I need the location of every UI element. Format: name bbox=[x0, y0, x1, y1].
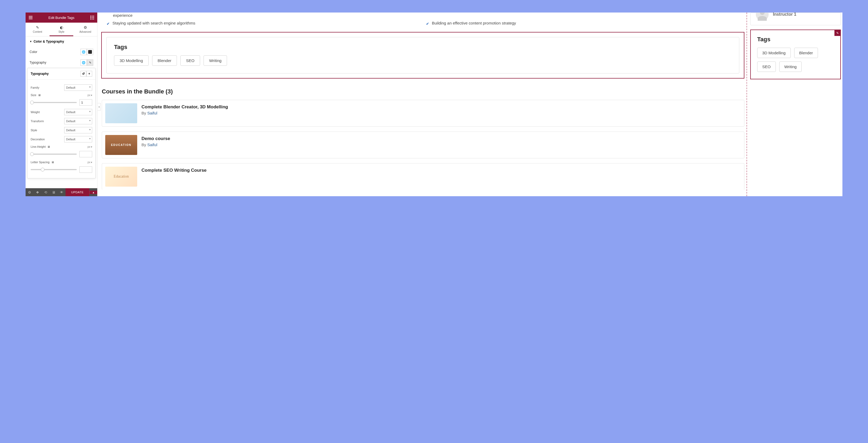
edit-typography-button[interactable]: ✎ bbox=[87, 59, 93, 66]
tags-widget-selected[interactable]: Tags 3D Modelling Blender SEO Writing bbox=[101, 32, 744, 78]
row-color: Color 🌐 bbox=[26, 46, 97, 57]
course-author-link[interactable]: Saiful bbox=[147, 142, 157, 147]
tag-pill[interactable]: 3D Modelling bbox=[114, 55, 149, 66]
tag-pill[interactable]: Blender bbox=[794, 48, 818, 58]
letterspacing-slider[interactable] bbox=[31, 169, 77, 170]
tab-style[interactable]: ◐ Style bbox=[50, 23, 73, 36]
desktop-icon[interactable]: 🖥 bbox=[38, 94, 41, 97]
family-select[interactable] bbox=[64, 84, 92, 91]
lineheight-slider[interactable] bbox=[31, 154, 77, 155]
course-card[interactable]: EDUCATION Demo course By Saiful bbox=[102, 132, 744, 159]
update-button[interactable]: UPDATE bbox=[66, 188, 89, 196]
check-item-text: Staying updated with search engine algor… bbox=[113, 20, 195, 27]
sidebar-title: Edit Bundle Tags bbox=[33, 16, 90, 20]
tag-pill[interactable]: Writing bbox=[779, 62, 802, 72]
svg-rect-3 bbox=[90, 17, 91, 18]
globe-button[interactable]: 🌐 bbox=[81, 59, 87, 66]
course-by-label: By bbox=[142, 142, 147, 147]
tag-pill[interactable]: Writing bbox=[204, 55, 227, 66]
sidebar-body: ▼ Color & Typography Color 🌐 Typography … bbox=[26, 36, 97, 188]
letterspacing-unit[interactable]: px bbox=[87, 161, 90, 164]
letterspacing-input[interactable] bbox=[80, 166, 92, 173]
check-item-text: experience bbox=[113, 12, 132, 19]
color-swatch-button[interactable] bbox=[87, 49, 93, 55]
svg-rect-5 bbox=[93, 17, 94, 18]
tab-style-label: Style bbox=[58, 30, 64, 33]
svg-rect-6 bbox=[90, 19, 91, 20]
courses-heading: Courses in the Bundle (3) bbox=[102, 88, 744, 95]
tag-pill[interactable]: 3D Modelling bbox=[757, 48, 791, 58]
svg-rect-0 bbox=[90, 16, 91, 16]
size-slider[interactable] bbox=[31, 102, 77, 103]
letterspacing-label: Letter Spacing bbox=[31, 161, 50, 164]
tab-content-label: Content bbox=[33, 30, 42, 33]
edit-widget-handle[interactable]: ✎ bbox=[834, 30, 840, 36]
course-card[interactable]: Complete Blender Creator, 3D Modelling B… bbox=[102, 100, 744, 127]
save-options-button[interactable]: ▴ bbox=[89, 191, 97, 194]
color-label: Color bbox=[30, 50, 37, 54]
reset-button[interactable]: ↺ bbox=[81, 71, 86, 77]
settings-icon[interactable]: ⚙ bbox=[26, 188, 34, 196]
section-label: Color & Typography bbox=[34, 40, 64, 43]
transform-label: Transform bbox=[31, 120, 44, 123]
contrast-icon: ◐ bbox=[50, 25, 73, 30]
row-typography: Typography 🌐 ✎ bbox=[26, 57, 97, 68]
navigator-icon[interactable]: ❖ bbox=[34, 188, 41, 196]
course-thumbnail: EDUCATION bbox=[105, 135, 137, 155]
tab-advanced[interactable]: ⚙ Advanced bbox=[73, 23, 97, 36]
section-color-typography[interactable]: ▼ Color & Typography bbox=[26, 36, 97, 46]
style-select[interactable] bbox=[64, 127, 92, 133]
chevron-down-icon: ▾ bbox=[91, 94, 92, 97]
course-title: Complete SEO Writing Course bbox=[142, 168, 207, 173]
globe-button[interactable]: 🌐 bbox=[81, 49, 87, 55]
instructor-name: Instructor 1 bbox=[773, 12, 796, 17]
caret-down-icon: ▼ bbox=[30, 40, 32, 43]
tab-content[interactable]: ✎ Content bbox=[26, 23, 50, 36]
course-card[interactable]: Education Complete SEO Writing Course bbox=[102, 163, 744, 190]
check-list: experience ✔ Staying updated with search… bbox=[100, 12, 744, 27]
course-by-label: By bbox=[142, 111, 147, 115]
style-label: Style bbox=[31, 129, 37, 132]
transform-select[interactable] bbox=[64, 118, 92, 124]
typography-label: Typography bbox=[30, 61, 46, 64]
svg-rect-7 bbox=[92, 19, 93, 20]
pencil-icon: ✎ bbox=[26, 25, 50, 30]
typography-popover: Typography ↺ + Family Size🖥 px▾ bbox=[27, 68, 96, 178]
decoration-select[interactable] bbox=[64, 136, 92, 142]
instructor-card: Instructor 1 bbox=[750, 12, 841, 25]
side-tags-widget-selected[interactable]: ✎ Tags 3D Modelling Blender SEO Writing bbox=[750, 30, 841, 79]
desktop-icon[interactable]: 🖥 bbox=[51, 161, 54, 164]
course-author-link[interactable]: Saiful bbox=[147, 111, 157, 115]
svg-rect-8 bbox=[93, 19, 94, 20]
hamburger-icon[interactable] bbox=[28, 15, 33, 20]
desktop-icon[interactable]: 🖥 bbox=[47, 145, 50, 148]
course-thumbnail bbox=[105, 103, 137, 123]
chevron-down-icon: ▾ bbox=[91, 145, 92, 148]
avatar bbox=[756, 12, 769, 21]
course-title: Demo course bbox=[142, 136, 170, 141]
app-frame: Edit Bundle Tags ✎ Content ◐ Style ⚙ Adv… bbox=[26, 12, 842, 196]
gear-icon: ⚙ bbox=[73, 25, 97, 30]
check-item-text: Building an effective content promotion … bbox=[432, 20, 516, 27]
tag-pill[interactable]: SEO bbox=[757, 62, 776, 72]
responsive-icon[interactable]: 🖥 bbox=[50, 188, 58, 196]
add-button[interactable]: + bbox=[86, 71, 92, 77]
chevron-down-icon: ▾ bbox=[91, 161, 92, 164]
size-unit[interactable]: px bbox=[87, 94, 90, 97]
lineheight-unit[interactable]: px bbox=[87, 145, 90, 148]
panel-collapse-handle[interactable]: ◂ bbox=[97, 103, 101, 110]
grid-icon[interactable] bbox=[90, 15, 95, 20]
history-icon[interactable]: ⟲ bbox=[41, 188, 50, 196]
weight-select[interactable] bbox=[64, 109, 92, 115]
tag-pill[interactable]: Blender bbox=[152, 55, 177, 66]
size-input[interactable] bbox=[80, 99, 92, 106]
size-label: Size bbox=[31, 94, 36, 97]
tag-pill[interactable]: SEO bbox=[180, 55, 200, 66]
sidebar-footer: ⚙ ❖ ⟲ 🖥 👁 UPDATE ▴ bbox=[26, 188, 97, 196]
lineheight-input[interactable] bbox=[80, 151, 92, 157]
preview-icon[interactable]: 👁 bbox=[58, 188, 66, 196]
weight-label: Weight bbox=[31, 110, 40, 114]
course-thumbnail: Education bbox=[105, 167, 137, 186]
popover-title: Typography bbox=[31, 72, 49, 76]
course-title: Complete Blender Creator, 3D Modelling bbox=[142, 104, 228, 110]
